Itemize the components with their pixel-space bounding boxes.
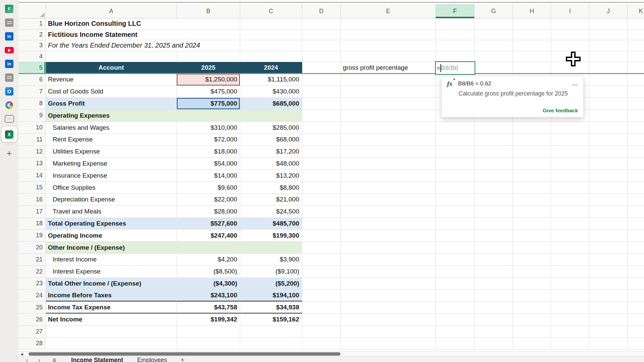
row-header-12[interactable]: 12 (18, 146, 46, 158)
cell-K5[interactable] (628, 62, 644, 74)
scroll-left-arrow[interactable]: ◀ (20, 352, 23, 356)
cell-K19[interactable] (628, 230, 644, 242)
row-header-20[interactable]: 20 (18, 242, 46, 254)
cell-F3[interactable] (436, 40, 475, 51)
cell-D21[interactable] (302, 254, 341, 266)
cell-C3[interactable] (240, 40, 302, 51)
cell-F14[interactable] (436, 170, 475, 182)
cell-H4[interactable] (513, 51, 551, 62)
row-header-3[interactable]: 3 (18, 40, 46, 51)
cell-G2[interactable] (475, 29, 513, 41)
cell-G12[interactable] (475, 146, 513, 158)
row-header-17[interactable]: 17 (18, 206, 46, 218)
cell-C4[interactable] (240, 51, 302, 62)
cell-E17[interactable] (341, 206, 436, 218)
cell-B18[interactable]: $527,600 (177, 218, 240, 230)
cell-D5[interactable] (302, 62, 341, 74)
cell-E27[interactable] (341, 326, 436, 338)
active-cell-editor-F5[interactable]: = B8/B6 (435, 61, 475, 75)
cell-D17[interactable] (302, 206, 341, 218)
cell-K22[interactable] (628, 266, 644, 278)
cell-B7[interactable]: $475,000 (177, 86, 240, 98)
cell-D4[interactable] (302, 51, 341, 62)
cell-E16[interactable] (341, 194, 436, 206)
column-header-D[interactable]: D (302, 4, 341, 18)
cell-G19[interactable] (475, 230, 513, 242)
cell-C6[interactable]: $1,115,000 (240, 74, 302, 86)
cell-B28[interactable] (177, 338, 240, 350)
cell-K11[interactable] (628, 134, 644, 146)
cell-D20[interactable] (302, 242, 341, 254)
cell-I1[interactable] (551, 18, 589, 29)
cell-E6[interactable] (341, 74, 436, 86)
cell-E20[interactable] (341, 242, 436, 254)
cell-I19[interactable] (551, 230, 589, 242)
cell-B2[interactable] (177, 29, 240, 41)
cell-B4[interactable] (177, 51, 240, 62)
cell-A17[interactable]: Travel and Meals (46, 206, 177, 218)
sidebar-item-google[interactable] (2, 98, 17, 112)
cell-F10[interactable] (436, 122, 475, 134)
suggestion-menu-button[interactable]: ... (572, 82, 578, 85)
cell-J11[interactable] (589, 134, 628, 146)
cell-B14[interactable]: $14,000 (177, 170, 240, 182)
column-header-J[interactable]: J (589, 4, 628, 18)
cell-J21[interactable] (589, 254, 628, 266)
select-all-corner[interactable] (18, 4, 46, 18)
cell-B19[interactable]: $247,400 (177, 230, 240, 242)
cell-F15[interactable] (436, 182, 475, 194)
cell-K25[interactable] (628, 302, 644, 314)
cell-C25[interactable]: $34,938 (240, 302, 302, 314)
cell-J14[interactable] (589, 170, 628, 182)
cell-A26[interactable]: Net Income (46, 314, 177, 326)
cell-B17[interactable]: $28,000 (177, 206, 240, 218)
sidebar-item-excel-active[interactable]: X (2, 127, 17, 142)
cell-A3[interactable]: For the Years Ended December 31, 2025 an… (46, 40, 177, 51)
cell-E8[interactable] (341, 98, 436, 110)
cell-D19[interactable] (302, 230, 341, 242)
cell-A21[interactable]: Interest Income (46, 254, 177, 266)
cell-A5[interactable]: Account (46, 62, 177, 74)
cell-A27[interactable] (46, 326, 177, 338)
column-header-K[interactable]: K (628, 4, 644, 18)
cell-I2[interactable] (551, 29, 589, 41)
cell-I10[interactable] (551, 122, 589, 134)
cell-F16[interactable] (436, 194, 475, 206)
cell-I11[interactable] (551, 134, 589, 146)
column-header-B[interactable]: B (177, 4, 240, 18)
cell-D16[interactable] (302, 194, 341, 206)
cell-K28[interactable] (628, 338, 644, 350)
cell-D7[interactable] (302, 86, 341, 98)
cell-C5[interactable]: 2024 (240, 62, 302, 74)
cell-G25[interactable] (475, 302, 513, 314)
cell-C19[interactable]: $199,300 (240, 230, 302, 242)
cell-B23[interactable]: ($4,300) (177, 278, 240, 290)
cell-I14[interactable] (551, 170, 589, 182)
cell-C11[interactable]: $68,000 (240, 134, 302, 146)
cell-G3[interactable] (475, 40, 513, 51)
cell-F11[interactable] (436, 134, 475, 146)
cell-D28[interactable] (302, 338, 341, 350)
cell-K4[interactable] (628, 51, 644, 62)
cell-H28[interactable] (513, 338, 551, 350)
row-header-24[interactable]: 24 (18, 290, 46, 302)
cell-K27[interactable] (628, 326, 644, 338)
row-header-6[interactable]: 6 (18, 74, 46, 86)
cell-D13[interactable] (302, 158, 341, 170)
add-sheet-button[interactable]: + (180, 357, 184, 362)
cell-E4[interactable] (341, 51, 436, 62)
cell-G10[interactable] (475, 122, 513, 134)
row-header-21[interactable]: 21 (18, 254, 46, 266)
cell-J18[interactable] (589, 218, 628, 230)
cell-H1[interactable] (513, 18, 551, 29)
cell-J28[interactable] (589, 338, 628, 350)
cell-E24[interactable] (341, 290, 436, 302)
row-header-4[interactable]: 4 (18, 51, 46, 62)
cell-J19[interactable] (589, 230, 628, 242)
cell-J27[interactable] (589, 326, 628, 338)
cell-J26[interactable] (589, 314, 628, 326)
cell-D18[interactable] (302, 218, 341, 230)
row-header-8[interactable]: 8 (18, 98, 46, 110)
cell-I18[interactable] (551, 218, 589, 230)
cell-G11[interactable] (475, 134, 513, 146)
